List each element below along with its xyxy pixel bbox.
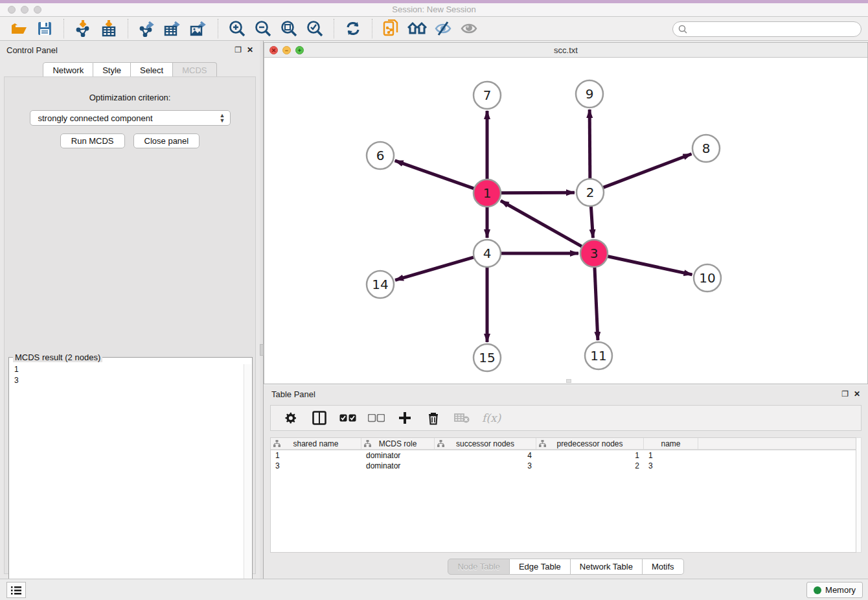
table-scrollbar[interactable]: [856, 437, 862, 553]
split-columns-button[interactable]: [311, 410, 328, 426]
optimization-criterion-label: Optimization criterion:: [5, 93, 255, 102]
memory-button[interactable]: Memory: [806, 582, 863, 598]
zoom-fit-icon: [280, 20, 297, 37]
zoom-in-button[interactable]: [227, 19, 247, 38]
table-row[interactable]: 1dominator411: [271, 450, 856, 461]
close-panel-button[interactable]: Close panel: [133, 133, 200, 148]
deselect-all-button[interactable]: [368, 410, 385, 426]
refresh-layout-button[interactable]: [343, 19, 363, 38]
apply-function-button[interactable]: f(x): [482, 411, 501, 424]
edge-2-3[interactable]: [591, 206, 593, 238]
save-floppy-icon: [38, 21, 52, 36]
show-selection-button[interactable]: [459, 19, 479, 38]
close-panel-icon[interactable]: ✕: [247, 46, 253, 54]
edge-2-8[interactable]: [603, 154, 692, 188]
canvas-resize-grip[interactable]: [566, 379, 571, 383]
table-toolbar: f(x): [270, 405, 862, 431]
column-header-MCDS-role[interactable]: MCDS role: [361, 438, 435, 449]
task-history-button[interactable]: [6, 582, 26, 598]
main-toolbar: [0, 17, 868, 41]
save-session-button[interactable]: [35, 19, 54, 38]
network-window-titlebar[interactable]: ✕ − + scc.txt: [264, 43, 867, 58]
home-views-button[interactable]: [407, 19, 427, 38]
duplicate-network-icon: [383, 19, 400, 38]
network-canvas[interactable]: 7968124314101511: [264, 58, 867, 384]
node-label-3: 3: [590, 246, 599, 261]
table-float-panel-icon[interactable]: ❐: [841, 390, 849, 398]
import-network-icon: [75, 20, 91, 37]
node-table[interactable]: shared nameMCDS rolesuccessor nodesprede…: [270, 437, 856, 553]
edge-4-14[interactable]: [395, 257, 474, 280]
search-icon: [678, 25, 687, 34]
node-label-6: 6: [376, 148, 385, 163]
tab-motifs[interactable]: Motifs: [643, 559, 684, 575]
node-label-9: 9: [586, 86, 594, 102]
export-network-button[interactable]: [137, 19, 157, 38]
checked-boxes-icon: [339, 414, 356, 422]
status-bar: Memory: [0, 579, 868, 600]
delete-table-button[interactable]: [453, 410, 470, 426]
cell-name: 3: [644, 461, 698, 471]
zoom-out-button[interactable]: [253, 19, 273, 38]
search-field[interactable]: [672, 21, 862, 37]
export-table-button[interactable]: [163, 19, 183, 38]
zoom-fit-button[interactable]: [279, 19, 299, 38]
column-header-predecessor-nodes[interactable]: predecessor nodes: [536, 438, 644, 449]
table-header-row: shared nameMCDS rolesuccessor nodesprede…: [271, 438, 856, 450]
hide-selection-button[interactable]: [433, 19, 453, 38]
window-title: Session: New Session: [0, 5, 868, 14]
mcds-result-list[interactable]: 13: [11, 364, 243, 597]
plus-icon: [398, 411, 411, 424]
cell-shared-name: 3: [271, 461, 361, 471]
edge-1-6[interactable]: [395, 161, 475, 189]
open-session-button[interactable]: [9, 19, 29, 38]
node-label-1: 1: [483, 185, 492, 201]
column-header-name[interactable]: name: [644, 438, 698, 449]
edge-3-11[interactable]: [595, 267, 598, 340]
select-arrows-icon: ▲▼: [220, 113, 225, 123]
control-panel-title: Control Panel: [6, 45, 58, 55]
cell-predecessor-nodes: 1: [536, 450, 644, 461]
zoom-selected-button[interactable]: [305, 19, 325, 38]
mcds-result-line: 3: [14, 375, 243, 386]
node-label-2: 2: [586, 185, 595, 200]
tab-node-table[interactable]: Node Table: [448, 559, 510, 575]
run-mcds-button[interactable]: Run MCDS: [60, 133, 125, 148]
hierarchy-icon: [364, 440, 371, 447]
zoom-in-icon: [229, 20, 246, 37]
edge-3-1[interactable]: [501, 201, 582, 247]
refresh-icon: [345, 21, 361, 36]
export-image-icon: [190, 20, 208, 37]
add-column-button[interactable]: [396, 410, 413, 426]
network-graph[interactable]: 7968124314101511: [264, 58, 867, 384]
import-table-button[interactable]: [99, 19, 119, 38]
export-image-button[interactable]: [189, 19, 209, 38]
import-network-button[interactable]: [73, 19, 93, 38]
hierarchy-icon: [437, 440, 444, 447]
mcds-result-line: 1: [14, 364, 243, 375]
cell-successor-nodes: 3: [435, 461, 536, 471]
select-all-button[interactable]: [339, 410, 356, 426]
zoom-out-icon: [255, 20, 271, 37]
tab-edge-table[interactable]: Edge Table: [510, 559, 571, 575]
result-scrollbar[interactable]: [244, 364, 251, 599]
edge-2-9[interactable]: [589, 110, 590, 179]
table-settings-button[interactable]: [282, 410, 299, 426]
duplicate-network-button[interactable]: [382, 19, 401, 38]
node-label-10: 10: [699, 270, 715, 286]
table-close-panel-icon[interactable]: ✕: [854, 390, 860, 398]
cell-MCDS-role: dominator: [361, 450, 435, 461]
eye-slash-icon: [434, 21, 452, 36]
optimization-criterion-select[interactable]: strongly connected component ▲▼: [30, 110, 231, 126]
edge-3-10[interactable]: [608, 256, 692, 274]
table-row[interactable]: 3dominator323: [271, 461, 856, 471]
delete-column-button[interactable]: [425, 410, 442, 426]
float-panel-icon[interactable]: ❐: [234, 46, 242, 54]
cell-name: 1: [644, 450, 698, 461]
column-header-successor-nodes[interactable]: successor nodes: [435, 438, 536, 449]
search-input[interactable]: [687, 23, 861, 36]
selected-criterion: strongly connected component: [38, 113, 153, 123]
column-header-shared-name[interactable]: shared name: [271, 438, 361, 449]
tab-network-table[interactable]: Network Table: [571, 559, 643, 575]
edge-1-2[interactable]: [501, 192, 575, 193]
